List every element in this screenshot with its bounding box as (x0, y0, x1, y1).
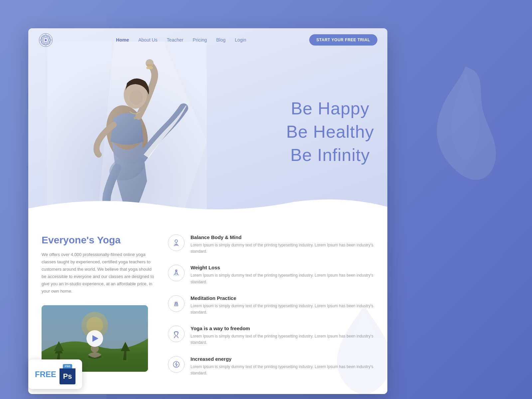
freedom-icon (168, 326, 185, 342)
nav-item-home[interactable]: Home (116, 37, 129, 43)
svg-rect-18 (146, 66, 153, 69)
nav-link-login[interactable]: Login (235, 37, 246, 43)
feature-desc-balance: Lorem Ipsum is simply dummy text of the … (191, 242, 374, 255)
decorative-leaf (334, 302, 387, 394)
yoga-pose-illustration (47, 42, 207, 221)
svg-point-11 (41, 35, 45, 39)
right-bg-decoration (432, 66, 499, 201)
feature-title-weight: Weight Loss (191, 265, 374, 270)
weight-loss-icon (168, 265, 185, 281)
svg-point-6 (45, 39, 47, 41)
psd-label: PSD (63, 364, 72, 368)
hero-image-area (28, 28, 226, 221)
feature-desc-weight: Lorem Ipsum is simply dummy text of the … (191, 272, 374, 285)
hero-line1: Be Happy (291, 99, 369, 118)
cta-button[interactable]: START YOUR FREE TRIAL (309, 34, 377, 46)
nav-link-pricing[interactable]: Pricing (193, 37, 207, 43)
section-description: We offers over 4,000 professionally-film… (42, 251, 155, 295)
logo (38, 33, 53, 48)
navbar: Home About Us Teacher Pricing Blog Login (28, 28, 387, 52)
hero-text-block: Be Happy Be Healthy Be Infinity (286, 97, 374, 167)
svg-point-21 (130, 90, 143, 105)
free-psd-badge: FREE PSD Ps (28, 359, 82, 389)
feature-item-balance: Balance Body & Mind Lorem Ipsum is simpl… (168, 234, 374, 255)
svg-point-12 (47, 41, 51, 45)
nav-item-blog[interactable]: Blog (216, 37, 225, 43)
feature-item-weight: Weight Loss Lorem Ipsum is simply dummy … (168, 265, 374, 285)
free-label: FREE (35, 370, 56, 379)
svg-point-13 (47, 35, 51, 39)
ps-box: Ps (60, 368, 75, 384)
logo-icon (38, 33, 53, 48)
nav-links: Home About Us Teacher Pricing Blog Login (116, 37, 246, 43)
hero-heading: Be Happy Be Healthy Be Infinity (286, 97, 374, 167)
svg-point-14 (41, 41, 45, 45)
section-heading: Everyone's Yoga (42, 234, 155, 246)
nav-link-blog[interactable]: Blog (216, 37, 225, 43)
svg-point-7 (45, 34, 47, 38)
svg-point-23 (134, 117, 136, 119)
balance-icon (168, 234, 185, 251)
main-card: Home About Us Teacher Pricing Blog Login (28, 28, 387, 394)
nav-link-home[interactable]: Home (116, 37, 129, 43)
hero-line3: Be Infinity (290, 145, 370, 165)
svg-rect-19 (146, 64, 153, 66)
meditation-icon (168, 295, 185, 312)
nav-item-login[interactable]: Login (235, 37, 246, 43)
svg-point-9 (40, 39, 43, 41)
energy-icon (168, 356, 185, 373)
feature-title-meditation: Meditation Practice (191, 295, 374, 301)
svg-point-10 (48, 39, 52, 41)
psd-icon: PSD Ps (60, 364, 75, 384)
feature-text-weight: Weight Loss Lorem Ipsum is simply dummy … (191, 265, 374, 285)
hero-line2: Be Healthy (286, 122, 374, 141)
wave-divider (28, 195, 387, 221)
nav-item-teacher[interactable]: Teacher (167, 37, 184, 43)
svg-point-33 (175, 240, 178, 242)
nav-link-teacher[interactable]: Teacher (167, 37, 184, 43)
hero-section: Home About Us Teacher Pricing Blog Login (28, 28, 387, 221)
svg-point-8 (45, 43, 47, 46)
nav-item-pricing[interactable]: Pricing (193, 37, 207, 43)
feature-title-balance: Balance Body & Mind (191, 234, 374, 240)
nav-item-about[interactable]: About Us (138, 37, 158, 43)
play-button[interactable] (86, 330, 103, 347)
nav-link-about[interactable]: About Us (138, 37, 158, 43)
svg-point-37 (176, 304, 177, 305)
feature-text-balance: Balance Body & Mind Lorem Ipsum is simpl… (191, 234, 374, 255)
